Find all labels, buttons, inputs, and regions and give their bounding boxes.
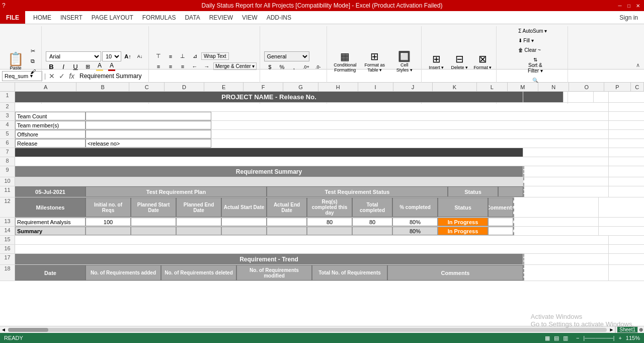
cell-sum-reqs[interactable] bbox=[307, 227, 352, 235]
format-painter-button[interactable]: 🖌 bbox=[27, 67, 38, 76]
bold-button[interactable]: B bbox=[46, 62, 57, 72]
increase-decimal-button[interactable]: .0+ bbox=[300, 62, 311, 72]
col-j[interactable]: J bbox=[393, 83, 433, 91]
font-color-button[interactable]: A bbox=[106, 62, 117, 72]
cell-req-summary[interactable]: Requirement Summary bbox=[15, 166, 523, 177]
cell-ra-comments[interactable] bbox=[488, 218, 513, 226]
cell-percent-completed[interactable]: % completed bbox=[392, 197, 438, 217]
cell-release-label[interactable]: Release bbox=[15, 139, 86, 148]
format-button[interactable]: ⊠ Format ▾ bbox=[472, 51, 493, 72]
col-q[interactable]: C bbox=[631, 83, 644, 91]
fill-button[interactable]: ⬇ Fill ▾ bbox=[516, 36, 536, 45]
cell-trend-date[interactable]: Date bbox=[15, 265, 86, 281]
col-l[interactable]: L bbox=[477, 83, 508, 91]
insert-button[interactable]: ⊞ Insert ▾ bbox=[426, 51, 447, 72]
col-c[interactable]: C bbox=[129, 83, 165, 91]
cell-trend[interactable]: Requirement - Trend bbox=[15, 254, 523, 264]
menu-pagelayout[interactable]: PAGE LAYOUT bbox=[88, 13, 137, 22]
cell-ra-actual-start[interactable] bbox=[221, 218, 267, 226]
align-left-button[interactable]: ≡ bbox=[153, 62, 164, 71]
cell-project-title[interactable]: PROJECT NAME - Release No. bbox=[15, 92, 523, 102]
cell-reqs-completed[interactable]: Req(s) completed this day bbox=[307, 197, 352, 217]
col-d[interactable]: D bbox=[165, 83, 204, 91]
close-icon[interactable]: ✕ bbox=[634, 2, 642, 10]
col-h[interactable]: H bbox=[318, 83, 358, 91]
wrap-text-button[interactable]: Wrap Text bbox=[201, 52, 229, 60]
cell-milestones[interactable]: Milestones bbox=[15, 197, 86, 217]
font-family-select[interactable]: Arial bbox=[46, 51, 101, 61]
increase-font-button[interactable]: A↑ bbox=[122, 52, 133, 61]
cell-status-header[interactable]: Status bbox=[438, 197, 488, 217]
col-m[interactable]: M bbox=[508, 83, 538, 91]
underline-button[interactable]: U bbox=[70, 62, 81, 72]
menu-addins[interactable]: ADD-INS bbox=[263, 13, 295, 22]
col-b[interactable]: B bbox=[76, 83, 129, 91]
cell-date[interactable]: 05-Jul-2021 bbox=[15, 186, 86, 197]
minimize-icon[interactable]: ─ bbox=[616, 2, 624, 10]
col-p[interactable]: P bbox=[604, 83, 630, 91]
cell-test-req-plan[interactable]: Test Requirement Plan bbox=[86, 186, 267, 197]
format-as-table-button[interactable]: ⊞ Format asTable ▾ bbox=[361, 49, 388, 74]
cell-sum-actual-start[interactable] bbox=[221, 227, 267, 235]
outdent-button[interactable]: ← bbox=[189, 62, 200, 71]
cell-trend-deleted[interactable]: No. of Requirements deleted bbox=[161, 265, 236, 281]
cell-planned-start[interactable]: Planned Start Date bbox=[131, 197, 176, 217]
cell-actual-end[interactable]: Actual End Date bbox=[267, 197, 307, 217]
cell-ra-reqs-completed[interactable]: 80 bbox=[307, 218, 352, 226]
paste-button[interactable]: 📋 Paste bbox=[5, 51, 26, 72]
align-center-button[interactable]: ≡ bbox=[165, 62, 176, 71]
help-icon[interactable]: ? bbox=[2, 2, 6, 9]
align-bottom-button[interactable]: ⊥ bbox=[177, 52, 188, 61]
cell-ra-total[interactable]: 80 bbox=[352, 218, 392, 226]
col-n[interactable]: N bbox=[538, 83, 569, 91]
cell-sum-percent[interactable]: 80% bbox=[392, 227, 438, 235]
copy-button[interactable]: ⧉ bbox=[27, 57, 38, 66]
cell-trend-added[interactable]: No. of Requirements added bbox=[86, 265, 161, 281]
cell-offshore-label[interactable]: Offshore bbox=[15, 130, 86, 139]
cell-comments-header[interactable]: Comments bbox=[488, 197, 513, 217]
col-a[interactable]: A bbox=[15, 83, 76, 91]
menu-insert[interactable]: INSERT bbox=[56, 13, 87, 22]
cell-offshore-value[interactable] bbox=[86, 130, 211, 139]
autosum-button[interactable]: Σ AutoSum ▾ bbox=[516, 27, 549, 35]
cell-trend-total[interactable]: Total No. of Requirements bbox=[312, 265, 387, 281]
sort-filter-button[interactable]: ⇅ Sort & Filter ▾ bbox=[525, 55, 545, 75]
align-right-button[interactable]: ≡ bbox=[177, 62, 188, 71]
italic-button[interactable]: I bbox=[58, 62, 69, 72]
orientation-button[interactable]: ⊿ bbox=[189, 52, 200, 61]
col-k[interactable]: K bbox=[433, 83, 476, 91]
menu-home[interactable]: HOME bbox=[29, 13, 55, 22]
cell-team-count-label[interactable]: Team Count bbox=[15, 112, 86, 120]
cell-sum-planned-start[interactable] bbox=[131, 227, 176, 235]
menu-formulas[interactable]: FORMULAS bbox=[138, 13, 180, 22]
currency-button[interactable]: $ bbox=[264, 62, 275, 72]
comma-button[interactable]: , bbox=[288, 62, 299, 72]
cell-trend-modified[interactable]: No. of Requirements modified bbox=[236, 265, 312, 281]
maximize-icon[interactable]: □ bbox=[625, 2, 633, 10]
number-format-select[interactable]: General bbox=[264, 51, 309, 61]
cell-ra-percent[interactable]: 80% bbox=[392, 218, 438, 226]
col-e[interactable]: E bbox=[204, 83, 244, 91]
cell-sum-actual-end[interactable] bbox=[267, 227, 307, 235]
cell-sum-planned-end[interactable] bbox=[176, 227, 221, 235]
menu-review[interactable]: REVIEW bbox=[205, 13, 237, 22]
menu-view[interactable]: VIEW bbox=[238, 13, 262, 22]
cell-11-status[interactable]: Status bbox=[448, 186, 498, 197]
col-i[interactable]: I bbox=[358, 83, 393, 91]
cell-ra-planned-start[interactable] bbox=[131, 218, 176, 226]
cell-ra-actual-end[interactable] bbox=[267, 218, 307, 226]
fill-color-button[interactable]: A bbox=[94, 62, 105, 72]
cell-sum-comments[interactable] bbox=[488, 227, 513, 235]
delete-button[interactable]: ⊟ Delete ▾ bbox=[449, 51, 470, 72]
cell-ra-label[interactable]: Requirement Analysis bbox=[15, 218, 86, 226]
clear-button[interactable]: 🗑 Clear ~ bbox=[516, 46, 543, 54]
col-f[interactable]: F bbox=[244, 83, 283, 91]
menu-data[interactable]: DATA bbox=[181, 13, 204, 22]
percent-button[interactable]: % bbox=[276, 62, 287, 72]
col-o[interactable]: O bbox=[569, 83, 604, 91]
cell-sum-status[interactable]: In Progress bbox=[438, 227, 488, 235]
cell-ra-status[interactable]: In Progress bbox=[438, 218, 488, 226]
cell-planned-end[interactable]: Planned End Date bbox=[176, 197, 221, 217]
sign-in[interactable]: Sign in bbox=[619, 14, 644, 21]
cell-release-value[interactable]: <release no> bbox=[86, 139, 211, 148]
